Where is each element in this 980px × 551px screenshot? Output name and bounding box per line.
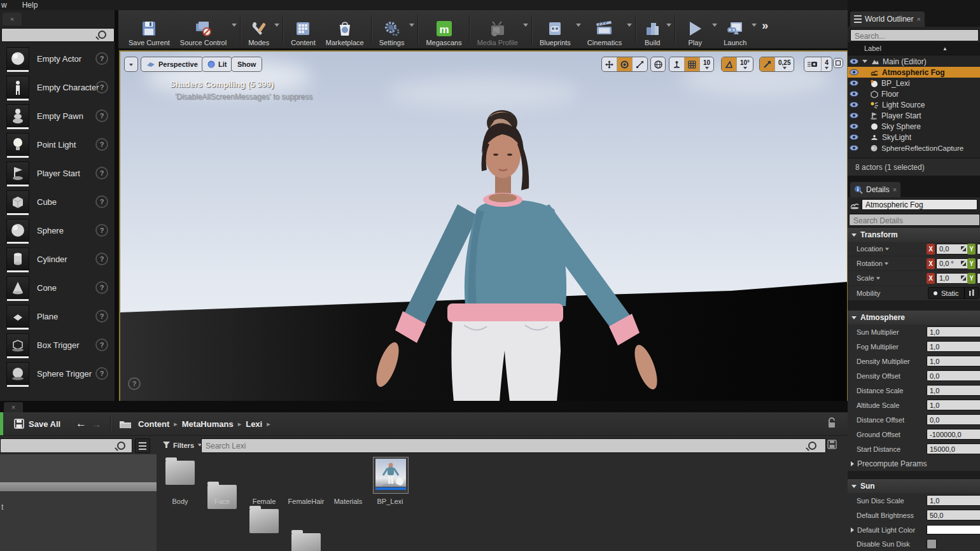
- outliner-search[interactable]: [850, 29, 979, 41]
- actor-name-field[interactable]: [862, 199, 977, 210]
- grid-snap-value-dropdown[interactable]: 10: [699, 57, 713, 71]
- sun-section-header[interactable]: Sun: [848, 478, 980, 494]
- camera-speed-button[interactable]: [804, 57, 821, 71]
- outliner-row-light-source[interactable]: Light Source: [848, 99, 980, 110]
- chevron-down-icon[interactable]: [876, 277, 879, 279]
- save-search-icon[interactable]: [827, 440, 837, 450]
- outliner-row-player-start[interactable]: Player Start: [848, 110, 980, 121]
- build-button[interactable]: Build: [638, 12, 666, 46]
- chevron-down-icon[interactable]: [409, 24, 414, 27]
- viewport-options-button[interactable]: [124, 57, 138, 72]
- help-icon[interactable]: ?: [95, 52, 108, 65]
- grid-snap-toggle[interactable]: [684, 57, 699, 71]
- altitude-scale-input[interactable]: 1,0: [927, 400, 980, 410]
- megascans-button[interactable]: m Megascans: [421, 12, 466, 46]
- details-tab[interactable]: Details ×: [850, 182, 900, 197]
- density-offset-input[interactable]: 0,0: [927, 370, 980, 381]
- place-item-empty-character[interactable]: Empty Character ?: [0, 73, 115, 101]
- mobility-static-button[interactable]: Static: [928, 289, 964, 297]
- surface-snap-button[interactable]: [669, 57, 684, 71]
- outliner-row-atmospheric-fog[interactable]: Atmospheric Fog: [848, 67, 980, 78]
- blueprints-button[interactable]: Blueprints: [535, 12, 576, 46]
- precompute-params-row[interactable]: Precompute Params: [848, 456, 980, 471]
- scale-tool-button[interactable]: [632, 57, 647, 71]
- chevron-down-icon[interactable]: [523, 24, 528, 27]
- help-icon[interactable]: ?: [95, 224, 108, 237]
- chevron-down-icon[interactable]: [232, 24, 237, 27]
- location-x-input[interactable]: 0,0: [936, 244, 969, 255]
- sources-search-input[interactable]: [1, 439, 132, 452]
- close-icon[interactable]: ×: [10, 15, 14, 23]
- level-viewport[interactable]: Perspective Lit Show 10: [119, 50, 848, 403]
- breadcrumb-content[interactable]: Content: [138, 419, 169, 429]
- sources-partial-item[interactable]: t: [1, 503, 3, 512]
- location-y-input[interactable]: 0: [977, 244, 980, 255]
- place-actors-tab[interactable]: ×: [3, 13, 22, 25]
- lock-icon[interactable]: [827, 417, 836, 428]
- outliner-search-input[interactable]: [851, 31, 978, 42]
- asset-search-input[interactable]: [202, 439, 825, 452]
- rotation-snap-value-dropdown[interactable]: 10°: [736, 57, 753, 71]
- distance-scale-input[interactable]: 1,0: [927, 385, 980, 396]
- place-item-sphere-trigger[interactable]: Sphere Trigger ?: [0, 359, 115, 387]
- chevron-down-icon[interactable]: [627, 24, 632, 27]
- help-icon[interactable]: ?: [95, 281, 108, 294]
- back-icon[interactable]: ←: [76, 417, 87, 430]
- outliner-row-skylight[interactable]: SkyLight: [848, 132, 980, 143]
- menu-help[interactable]: Help: [22, 1, 38, 10]
- media-profile-button[interactable]: Media Profile: [472, 12, 523, 46]
- view-mode-perspective-button[interactable]: Perspective: [141, 57, 204, 72]
- close-icon[interactable]: ×: [893, 186, 897, 193]
- modes-button[interactable]: Modes: [243, 12, 274, 46]
- chevron-down-icon[interactable]: [712, 24, 717, 27]
- viewport-help-icon[interactable]: ?: [128, 377, 141, 390]
- place-item-cylinder[interactable]: Cylinder ?: [0, 245, 115, 273]
- folder-female[interactable]: [249, 509, 279, 533]
- place-item-plane[interactable]: Plane ?: [0, 302, 115, 330]
- asset-bp-lexi[interactable]: [373, 457, 409, 494]
- lit-mode-button[interactable]: Lit: [202, 57, 232, 72]
- place-item-player-start[interactable]: Player Start ?: [0, 159, 115, 187]
- help-icon[interactable]: ?: [95, 109, 108, 122]
- chevron-down-icon[interactable]: [885, 248, 888, 250]
- visibility-eye-icon[interactable]: [850, 59, 858, 64]
- place-item-cone[interactable]: Cone ?: [0, 274, 115, 302]
- place-item-cube[interactable]: Cube ?: [0, 188, 115, 216]
- visibility-eye-icon[interactable]: [850, 69, 858, 75]
- chevron-down-icon[interactable]: [752, 24, 757, 27]
- light-color-swatch[interactable]: [927, 525, 980, 534]
- show-menu-button[interactable]: Show: [231, 57, 262, 72]
- menu-window-partial[interactable]: w: [1, 1, 7, 10]
- world-outliner-tab[interactable]: World Outliner ×: [850, 11, 925, 27]
- camera-speed-value-dropdown[interactable]: 4: [821, 57, 832, 71]
- density-multiplier-input[interactable]: 1,0: [927, 356, 980, 366]
- chevron-down-icon[interactable]: [274, 24, 279, 27]
- scale-snap-toggle[interactable]: [760, 57, 774, 71]
- disable-sun-disk-checkbox[interactable]: [927, 539, 937, 549]
- folder-femalehair[interactable]: [291, 533, 321, 551]
- save-all-button[interactable]: Save All: [14, 419, 60, 429]
- visibility-eye-icon[interactable]: [850, 123, 858, 129]
- visibility-eye-icon[interactable]: [850, 145, 858, 151]
- breadcrumb-lexi[interactable]: Lexi: [246, 419, 262, 429]
- help-icon[interactable]: ?: [95, 81, 108, 94]
- rotation-y-input[interactable]: 0: [977, 258, 980, 269]
- distance-offset-input[interactable]: 0,0: [927, 414, 980, 425]
- folder-face[interactable]: [207, 485, 237, 509]
- translate-tool-button[interactable]: [602, 57, 617, 71]
- sun-disc-scale-input[interactable]: 1,0: [927, 495, 980, 506]
- help-icon[interactable]: ?: [95, 253, 108, 265]
- scale-y-input[interactable]: 1: [977, 273, 980, 284]
- fog-multiplier-input[interactable]: 1,0: [927, 341, 980, 352]
- sun-multiplier-input[interactable]: 1,0: [927, 326, 980, 337]
- add-new-button-edge[interactable]: [0, 412, 3, 435]
- visibility-eye-icon[interactable]: [850, 91, 858, 97]
- marketplace-button[interactable]: Marketplace: [321, 12, 369, 46]
- play-button[interactable]: Play: [678, 12, 712, 46]
- content-browser-tab[interactable]: ×: [4, 402, 23, 412]
- outliner-row-bp-lexi[interactable]: BP_Lexi: [848, 78, 980, 88]
- chevron-down-icon[interactable]: [666, 24, 671, 27]
- help-icon[interactable]: ?: [95, 167, 108, 179]
- save-current-button[interactable]: Save Current: [123, 12, 175, 46]
- outliner-row-main-editor[interactable]: Main (Editor): [848, 56, 980, 67]
